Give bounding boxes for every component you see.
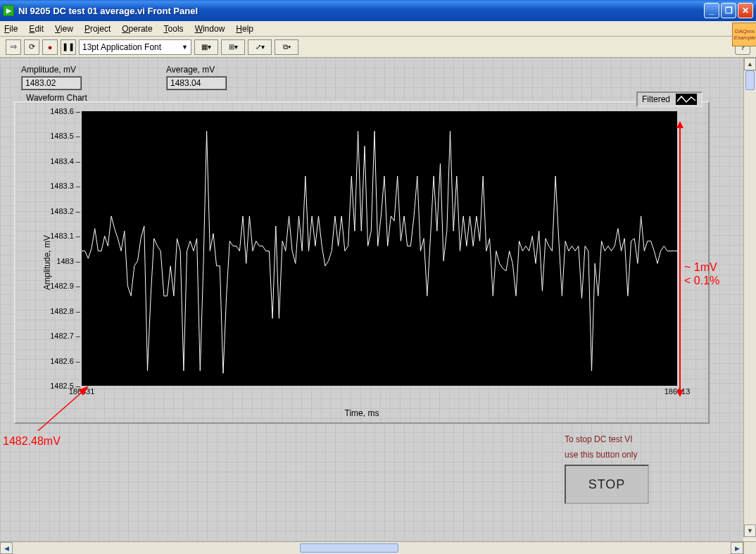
scroll-down-icon[interactable]: ▼ [744, 524, 756, 537]
y-tick: 1483 – [48, 257, 80, 265]
plot-area[interactable] [82, 111, 677, 386]
annotation-value: 1482.48mV [3, 435, 61, 448]
y-tick: 1483.1 – [48, 232, 80, 240]
average-field-group: Average, mV 1483.04 [166, 65, 227, 90]
y-tick: 1483.4 – [48, 157, 80, 165]
menu-tools[interactable]: Tools [164, 24, 184, 34]
annotation-range-line1: ~ 1mV [684, 261, 717, 273]
stop-group: To stop DC test VI use this button only … [565, 434, 656, 504]
minimize-button[interactable]: _ [704, 3, 719, 18]
daqmx-badge[interactable]: DAQmx Example [732, 23, 756, 46]
run-button[interactable]: ⇨ [6, 39, 21, 55]
font-selector-value: 13pt Application Font [82, 42, 161, 52]
y-tick: 1482.8 – [48, 307, 80, 315]
align-button[interactable]: ▦▾ [194, 39, 218, 55]
amplitude-label: Amplitude, mV [21, 65, 82, 75]
waveform-line [82, 111, 677, 386]
stop-note-2: use this button only [565, 450, 656, 461]
pause-button[interactable]: ❚❚ [61, 39, 76, 55]
x-axis-label: Time, ms [345, 408, 379, 418]
average-value: 1483.04 [166, 76, 227, 90]
close-button[interactable]: ✕ [738, 3, 753, 18]
annotation-range: ~ 1mV < 0.1% [684, 260, 719, 287]
badge-top: DAQmx [735, 28, 755, 34]
menu-help[interactable]: Help [236, 24, 253, 34]
y-tick: 1483.3 – [48, 182, 80, 190]
average-label: Average, mV [166, 65, 227, 75]
front-panel: Amplitude, mV 1483.02 Average, mV 1483.0… [0, 58, 743, 541]
menu-operate[interactable]: Operate [122, 24, 152, 34]
x-tick-end: 186613 [664, 387, 691, 396]
annotation-range-line2: < 0.1% [684, 275, 719, 287]
scroll-right-icon[interactable]: ▶ [731, 542, 743, 554]
menu-file[interactable]: File [4, 24, 18, 34]
horizontal-scrollbar[interactable]: ◀ ▶ [0, 541, 743, 554]
vertical-scrollbar[interactable]: ▲ ▼ [743, 58, 756, 537]
y-tick: 1483.5 – [48, 132, 80, 140]
maximize-button[interactable]: ❐ [721, 3, 736, 18]
y-tick: 1483.2 – [48, 207, 80, 215]
scroll-thumb[interactable] [745, 70, 755, 90]
menu-edit[interactable]: Edit [29, 24, 44, 34]
labview-icon: ▶ [3, 5, 14, 16]
y-tick: 1482.7 – [48, 332, 80, 340]
y-tick: 1482.9 – [48, 282, 80, 290]
chart-title: Waveform Chart [26, 93, 87, 103]
amplitude-value: 1483.02 [21, 76, 82, 90]
stop-note-1: To stop DC test VI [565, 434, 656, 446]
x-tick-start: 186431 [69, 387, 95, 396]
scroll-up-icon[interactable]: ▲ [744, 58, 756, 70]
legend-swatch [676, 94, 697, 105]
hscroll-thumb[interactable] [300, 543, 398, 553]
menubar: File Edit View Project Operate Tools Win… [0, 21, 756, 37]
reorder-button[interactable]: ⧉▾ [275, 39, 298, 55]
chart-legend[interactable]: Filtered [636, 92, 703, 107]
y-tick: 1482.6 – [48, 357, 80, 365]
stop-button[interactable]: STOP [565, 465, 649, 504]
scroll-left-icon[interactable]: ◀ [0, 542, 13, 554]
run-continuous-button[interactable]: ⟳ [24, 39, 39, 55]
waveform-chart: Waveform Chart Filtered Amplitude, mV 14… [14, 101, 710, 424]
font-selector[interactable]: 13pt Application Font ▼ [79, 39, 191, 55]
window-title: NI 9205 DC test 01 average.vi Front Pane… [18, 6, 704, 16]
legend-label: Filtered [642, 94, 670, 104]
menu-project[interactable]: Project [84, 24, 111, 34]
menu-view[interactable]: View [55, 24, 73, 34]
titlebar: ▶ NI 9205 DC test 01 average.vi Front Pa… [0, 0, 756, 21]
toolbar: ⇨ ⟳ ● ❚❚ 13pt Application Font ▼ ▦▾ ⊞▾ ⤢… [0, 37, 756, 58]
scrollbar-corner [743, 541, 756, 554]
abort-button[interactable]: ● [42, 39, 58, 55]
y-axis-ticks: 1483.6 –1483.5 –1483.4 –1483.3 –1483.2 –… [48, 111, 80, 386]
resize-button[interactable]: ⤢▾ [248, 39, 272, 55]
amplitude-field-group: Amplitude, mV 1483.02 [21, 65, 82, 90]
y-tick: 1483.6 – [48, 107, 80, 115]
badge-bot: Example [733, 34, 755, 41]
chevron-down-icon: ▼ [182, 44, 188, 51]
distribute-button[interactable]: ⊞▾ [221, 39, 245, 55]
menu-window[interactable]: Window [195, 24, 225, 34]
